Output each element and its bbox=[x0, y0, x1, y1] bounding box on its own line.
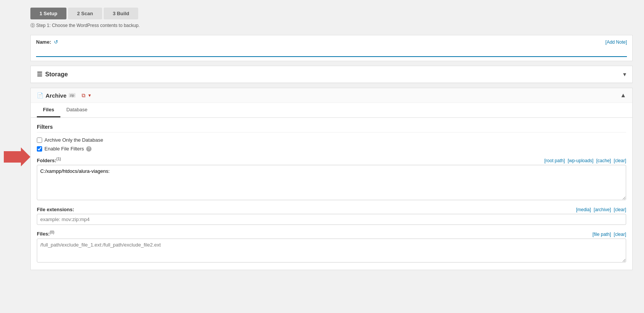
file-extensions-section: File extensions: [media] [archive] [clea… bbox=[37, 207, 626, 225]
wizard-step-setup[interactable]: 1 Setup bbox=[30, 8, 66, 19]
name-input[interactable] bbox=[36, 47, 627, 57]
file-extensions-archive-link[interactable]: [archive] bbox=[594, 207, 611, 212]
archive-chevron-icon[interactable]: ▲ bbox=[620, 92, 626, 99]
folders-links: [root path] [wp-uploads] [cache] [clear] bbox=[543, 158, 626, 163]
tab-files[interactable]: Files bbox=[37, 103, 60, 117]
storage-section: ☰ Storage ▾ bbox=[30, 66, 633, 83]
folders-label-row: Folders:(1) [root path] [wp-uploads] [ca… bbox=[37, 157, 626, 163]
enable-filters-help-icon: ? bbox=[86, 146, 92, 152]
archive-content: Filters Archive Only the Database Enable… bbox=[31, 118, 632, 270]
folders-wp-uploads-link[interactable]: [wp-uploads] bbox=[568, 158, 593, 163]
archive-only-row: Archive Only the Database bbox=[37, 137, 626, 143]
wizard-subtitle: ⓪ Step 1: Choose the WordPress contents … bbox=[30, 22, 633, 29]
file-extensions-label-row: File extensions: [media] [archive] [clea… bbox=[37, 207, 626, 212]
svg-marker-0 bbox=[4, 147, 30, 166]
arrow-indicator bbox=[4, 147, 30, 166]
enable-filters-row: Enable File Filters ? bbox=[37, 146, 626, 152]
archive-icons: ⧉ ▼ bbox=[82, 92, 92, 99]
storage-chevron-icon[interactable]: ▾ bbox=[623, 71, 626, 78]
name-section: Name: ↺ [Add Note] bbox=[30, 35, 633, 61]
archive-file-icon: 📄 bbox=[37, 92, 43, 98]
files-label-row: Files:(0) [file path] [clear] bbox=[37, 230, 626, 237]
storage-title-text: Storage bbox=[45, 71, 68, 78]
files-textarea[interactable] bbox=[37, 239, 626, 262]
folders-label: Folders:(1) bbox=[37, 157, 61, 163]
archive-section: 📄 Archive zip ⧉ ▼ ▲ Files Database Filte… bbox=[30, 88, 633, 270]
add-note-link[interactable]: [Add Note] bbox=[605, 40, 627, 45]
file-extensions-input[interactable] bbox=[37, 214, 626, 225]
enable-filters-label[interactable]: Enable File Filters bbox=[44, 146, 84, 152]
page-wrapper: 1 Setup 2 Scan 3 Build ⓪ Step 1: Choose … bbox=[0, 0, 644, 313]
file-extensions-media-link[interactable]: [media] bbox=[576, 207, 591, 212]
name-label-row: Name: ↺ [Add Note] bbox=[36, 39, 627, 45]
name-reset-icon[interactable]: ↺ bbox=[54, 39, 58, 45]
storage-title: ☰ Storage bbox=[37, 71, 68, 78]
folders-root-path-link[interactable]: [root path] bbox=[544, 158, 565, 163]
file-extensions-links: [media] [archive] [clear] bbox=[575, 207, 626, 212]
name-label-group: Name: ↺ bbox=[36, 39, 58, 45]
folders-section: Folders:(1) [root path] [wp-uploads] [ca… bbox=[37, 157, 626, 201]
archive-zip-badge: zip bbox=[69, 93, 76, 98]
archive-filter-button[interactable]: ▼ bbox=[88, 93, 92, 98]
file-extensions-clear-link[interactable]: [clear] bbox=[614, 207, 626, 212]
files-file-path-link[interactable]: [file path] bbox=[592, 232, 611, 237]
archive-header: 📄 Archive zip ⧉ ▼ ▲ bbox=[31, 88, 632, 103]
archive-copy-button[interactable]: ⧉ bbox=[82, 92, 85, 99]
wizard-step-build[interactable]: 3 Build bbox=[104, 8, 138, 19]
file-extensions-label: File extensions: bbox=[37, 207, 74, 212]
files-clear-link[interactable]: [clear] bbox=[614, 232, 626, 237]
storage-header: ☰ Storage ▾ bbox=[31, 66, 632, 83]
folders-textarea[interactable]: C:/xampp/htdocs/alura-viagens: bbox=[37, 165, 626, 200]
wizard-step-scan[interactable]: 2 Scan bbox=[68, 8, 102, 19]
storage-icon: ☰ bbox=[37, 71, 42, 78]
folders-clear-link[interactable]: [clear] bbox=[614, 158, 626, 163]
filters-title: Filters bbox=[37, 124, 626, 133]
name-label: Name: bbox=[36, 39, 51, 45]
enable-filters-checkbox[interactable] bbox=[37, 146, 42, 152]
archive-only-checkbox[interactable] bbox=[37, 138, 42, 143]
files-links: [file path] [clear] bbox=[591, 232, 626, 237]
archive-title-text: Archive bbox=[46, 92, 66, 99]
files-section: Files:(0) [file path] [clear] bbox=[37, 230, 626, 263]
archive-title-group: 📄 Archive zip ⧉ ▼ bbox=[37, 92, 92, 99]
tab-database[interactable]: Database bbox=[60, 103, 94, 117]
folders-cache-link[interactable]: [cache] bbox=[596, 158, 611, 163]
tabs-bar: Files Database bbox=[31, 103, 632, 118]
wizard-steps: 1 Setup 2 Scan 3 Build bbox=[30, 8, 633, 19]
files-label: Files:(0) bbox=[37, 230, 54, 237]
archive-only-label[interactable]: Archive Only the Database bbox=[44, 137, 103, 143]
